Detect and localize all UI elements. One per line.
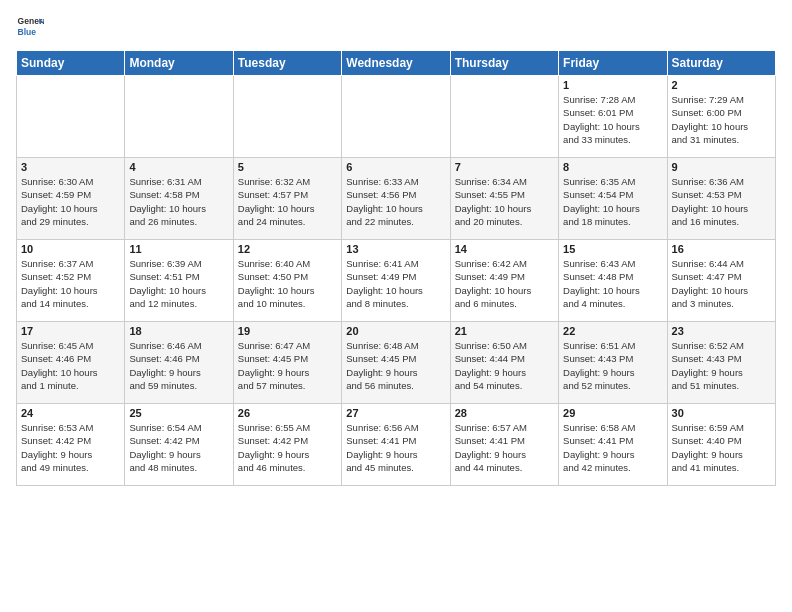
day-cell: [17, 76, 125, 158]
day-header-thursday: Thursday: [450, 51, 558, 76]
day-number: 18: [129, 325, 228, 337]
day-info: Sunrise: 6:31 AM Sunset: 4:58 PM Dayligh…: [129, 175, 228, 228]
day-number: 2: [672, 79, 771, 91]
day-cell: 26Sunrise: 6:55 AM Sunset: 4:42 PM Dayli…: [233, 404, 341, 486]
day-info: Sunrise: 6:46 AM Sunset: 4:46 PM Dayligh…: [129, 339, 228, 392]
day-info: Sunrise: 6:50 AM Sunset: 4:44 PM Dayligh…: [455, 339, 554, 392]
day-info: Sunrise: 6:59 AM Sunset: 4:40 PM Dayligh…: [672, 421, 771, 474]
day-cell: 30Sunrise: 6:59 AM Sunset: 4:40 PM Dayli…: [667, 404, 775, 486]
day-info: Sunrise: 6:43 AM Sunset: 4:48 PM Dayligh…: [563, 257, 662, 310]
day-info: Sunrise: 6:45 AM Sunset: 4:46 PM Dayligh…: [21, 339, 120, 392]
day-number: 27: [346, 407, 445, 419]
day-cell: 5Sunrise: 6:32 AM Sunset: 4:57 PM Daylig…: [233, 158, 341, 240]
day-cell: 12Sunrise: 6:40 AM Sunset: 4:50 PM Dayli…: [233, 240, 341, 322]
day-number: 13: [346, 243, 445, 255]
day-cell: 28Sunrise: 6:57 AM Sunset: 4:41 PM Dayli…: [450, 404, 558, 486]
day-number: 4: [129, 161, 228, 173]
day-cell: 4Sunrise: 6:31 AM Sunset: 4:58 PM Daylig…: [125, 158, 233, 240]
day-cell: 27Sunrise: 6:56 AM Sunset: 4:41 PM Dayli…: [342, 404, 450, 486]
header: General Blue: [16, 12, 776, 40]
day-number: 26: [238, 407, 337, 419]
calendar: SundayMondayTuesdayWednesdayThursdayFrid…: [16, 50, 776, 486]
day-info: Sunrise: 6:37 AM Sunset: 4:52 PM Dayligh…: [21, 257, 120, 310]
day-cell: 25Sunrise: 6:54 AM Sunset: 4:42 PM Dayli…: [125, 404, 233, 486]
day-cell: 1Sunrise: 7:28 AM Sunset: 6:01 PM Daylig…: [559, 76, 667, 158]
day-number: 8: [563, 161, 662, 173]
day-cell: 8Sunrise: 6:35 AM Sunset: 4:54 PM Daylig…: [559, 158, 667, 240]
day-cell: 22Sunrise: 6:51 AM Sunset: 4:43 PM Dayli…: [559, 322, 667, 404]
day-number: 3: [21, 161, 120, 173]
day-cell: 9Sunrise: 6:36 AM Sunset: 4:53 PM Daylig…: [667, 158, 775, 240]
day-cell: [450, 76, 558, 158]
day-info: Sunrise: 6:39 AM Sunset: 4:51 PM Dayligh…: [129, 257, 228, 310]
day-cell: 2Sunrise: 7:29 AM Sunset: 6:00 PM Daylig…: [667, 76, 775, 158]
day-header-monday: Monday: [125, 51, 233, 76]
day-number: 12: [238, 243, 337, 255]
day-header-wednesday: Wednesday: [342, 51, 450, 76]
day-number: 15: [563, 243, 662, 255]
day-info: Sunrise: 7:28 AM Sunset: 6:01 PM Dayligh…: [563, 93, 662, 146]
day-cell: 21Sunrise: 6:50 AM Sunset: 4:44 PM Dayli…: [450, 322, 558, 404]
day-info: Sunrise: 6:42 AM Sunset: 4:49 PM Dayligh…: [455, 257, 554, 310]
day-info: Sunrise: 6:58 AM Sunset: 4:41 PM Dayligh…: [563, 421, 662, 474]
day-info: Sunrise: 6:51 AM Sunset: 4:43 PM Dayligh…: [563, 339, 662, 392]
week-row-1: 1Sunrise: 7:28 AM Sunset: 6:01 PM Daylig…: [17, 76, 776, 158]
logo: General Blue: [16, 12, 44, 40]
day-info: Sunrise: 6:53 AM Sunset: 4:42 PM Dayligh…: [21, 421, 120, 474]
day-cell: 11Sunrise: 6:39 AM Sunset: 4:51 PM Dayli…: [125, 240, 233, 322]
day-info: Sunrise: 6:30 AM Sunset: 4:59 PM Dayligh…: [21, 175, 120, 228]
day-cell: 24Sunrise: 6:53 AM Sunset: 4:42 PM Dayli…: [17, 404, 125, 486]
day-info: Sunrise: 6:33 AM Sunset: 4:56 PM Dayligh…: [346, 175, 445, 228]
day-number: 5: [238, 161, 337, 173]
day-cell: 14Sunrise: 6:42 AM Sunset: 4:49 PM Dayli…: [450, 240, 558, 322]
day-number: 11: [129, 243, 228, 255]
day-info: Sunrise: 6:56 AM Sunset: 4:41 PM Dayligh…: [346, 421, 445, 474]
day-cell: 17Sunrise: 6:45 AM Sunset: 4:46 PM Dayli…: [17, 322, 125, 404]
page: General Blue SundayMondayTuesdayWednesda…: [0, 0, 792, 494]
day-number: 29: [563, 407, 662, 419]
week-row-5: 24Sunrise: 6:53 AM Sunset: 4:42 PM Dayli…: [17, 404, 776, 486]
day-cell: 13Sunrise: 6:41 AM Sunset: 4:49 PM Dayli…: [342, 240, 450, 322]
day-header-friday: Friday: [559, 51, 667, 76]
day-number: 22: [563, 325, 662, 337]
day-number: 28: [455, 407, 554, 419]
day-cell: 7Sunrise: 6:34 AM Sunset: 4:55 PM Daylig…: [450, 158, 558, 240]
day-number: 24: [21, 407, 120, 419]
day-info: Sunrise: 6:48 AM Sunset: 4:45 PM Dayligh…: [346, 339, 445, 392]
day-cell: [233, 76, 341, 158]
day-info: Sunrise: 6:44 AM Sunset: 4:47 PM Dayligh…: [672, 257, 771, 310]
day-info: Sunrise: 6:52 AM Sunset: 4:43 PM Dayligh…: [672, 339, 771, 392]
day-cell: [125, 76, 233, 158]
day-header-sunday: Sunday: [17, 51, 125, 76]
day-info: Sunrise: 6:36 AM Sunset: 4:53 PM Dayligh…: [672, 175, 771, 228]
day-info: Sunrise: 6:55 AM Sunset: 4:42 PM Dayligh…: [238, 421, 337, 474]
day-cell: 15Sunrise: 6:43 AM Sunset: 4:48 PM Dayli…: [559, 240, 667, 322]
week-row-3: 10Sunrise: 6:37 AM Sunset: 4:52 PM Dayli…: [17, 240, 776, 322]
day-cell: 20Sunrise: 6:48 AM Sunset: 4:45 PM Dayli…: [342, 322, 450, 404]
day-info: Sunrise: 6:35 AM Sunset: 4:54 PM Dayligh…: [563, 175, 662, 228]
day-number: 30: [672, 407, 771, 419]
day-cell: 19Sunrise: 6:47 AM Sunset: 4:45 PM Dayli…: [233, 322, 341, 404]
svg-text:Blue: Blue: [18, 27, 37, 37]
header-row: SundayMondayTuesdayWednesdayThursdayFrid…: [17, 51, 776, 76]
day-number: 14: [455, 243, 554, 255]
day-cell: 23Sunrise: 6:52 AM Sunset: 4:43 PM Dayli…: [667, 322, 775, 404]
day-cell: 6Sunrise: 6:33 AM Sunset: 4:56 PM Daylig…: [342, 158, 450, 240]
day-info: Sunrise: 6:34 AM Sunset: 4:55 PM Dayligh…: [455, 175, 554, 228]
day-info: Sunrise: 7:29 AM Sunset: 6:00 PM Dayligh…: [672, 93, 771, 146]
day-cell: [342, 76, 450, 158]
week-row-2: 3Sunrise: 6:30 AM Sunset: 4:59 PM Daylig…: [17, 158, 776, 240]
day-info: Sunrise: 6:54 AM Sunset: 4:42 PM Dayligh…: [129, 421, 228, 474]
day-info: Sunrise: 6:32 AM Sunset: 4:57 PM Dayligh…: [238, 175, 337, 228]
day-info: Sunrise: 6:47 AM Sunset: 4:45 PM Dayligh…: [238, 339, 337, 392]
day-number: 7: [455, 161, 554, 173]
day-number: 9: [672, 161, 771, 173]
day-number: 21: [455, 325, 554, 337]
day-number: 10: [21, 243, 120, 255]
day-number: 23: [672, 325, 771, 337]
day-cell: 29Sunrise: 6:58 AM Sunset: 4:41 PM Dayli…: [559, 404, 667, 486]
day-number: 20: [346, 325, 445, 337]
day-number: 1: [563, 79, 662, 91]
day-cell: 3Sunrise: 6:30 AM Sunset: 4:59 PM Daylig…: [17, 158, 125, 240]
day-number: 25: [129, 407, 228, 419]
